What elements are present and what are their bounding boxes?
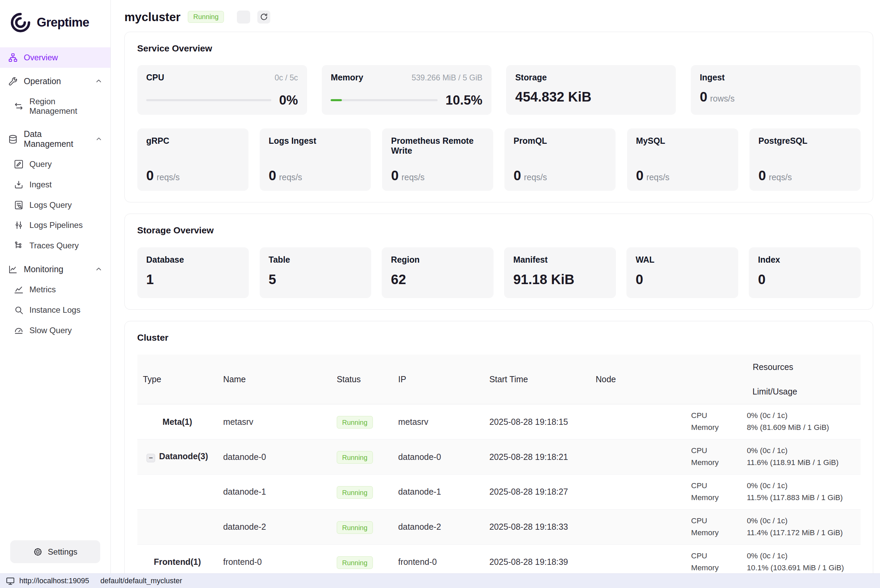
sidebar-item-logs-pipelines[interactable]: Logs Pipelines	[0, 215, 110, 236]
sidebar-group-operation[interactable]: Operation	[0, 71, 110, 92]
promql-value: 0reqs/s	[514, 168, 607, 183]
row-start-time: 2025-08-28 19:18:15	[484, 404, 590, 440]
row-ip: datanode-1	[393, 474, 484, 509]
logo[interactable]: Greptime	[0, 0, 110, 47]
cpu-tile: CPU 0c / 5c 0%	[137, 65, 307, 115]
table-row: Frontend(1) frontend-0 Running frontend-…	[137, 544, 860, 573]
sidebar-group-monitoring[interactable]: Monitoring	[0, 259, 110, 280]
row-resource-kinds: CPU Memory	[685, 544, 741, 573]
overview-icon	[8, 52, 18, 63]
sidebar-item-logs-query[interactable]: Logs Query	[0, 195, 110, 215]
gear-icon	[33, 547, 43, 556]
ingest-value: 0rows/s	[700, 89, 851, 105]
settings-button[interactable]: Settings	[10, 540, 101, 563]
memory-tile: Memory 539.266 MiB / 5 GiB 10.5%	[322, 65, 491, 115]
logs-ingest-tile: Logs Ingest 0reqs/s	[260, 128, 371, 191]
col-header-resources: Resources	[685, 355, 860, 380]
status-badge: Running	[337, 521, 373, 534]
row-resource-kinds: CPU Memory	[685, 404, 741, 440]
ingest-label: Ingest	[700, 73, 725, 82]
row-name: datanode-0	[218, 440, 331, 474]
storage-tile: Storage 454.832 KiB	[506, 65, 676, 115]
status-bar: http://localhost:19095 default/default_m…	[0, 573, 880, 588]
row-type: Meta(1)	[137, 404, 218, 440]
col-header-node: Node	[590, 355, 685, 404]
prometheus-remote-write-tile: Prometheus Remote Write 0reqs/s	[382, 128, 493, 191]
monitoring-icon	[8, 264, 18, 274]
row-limit-usage: 0% (0c / 1c) 10.1% (103.691 MiB / 1 GiB)	[741, 544, 860, 573]
sidebar-item-label: Ingest	[29, 180, 52, 189]
prometheus-remote-write-value: 0reqs/s	[391, 168, 484, 183]
storage-value: 454.832 KiB	[515, 89, 667, 105]
status-badge: Running	[337, 556, 373, 569]
collapse-icon[interactable]: −	[147, 454, 155, 462]
sidebar-item-label: Instance Logs	[29, 305, 80, 315]
col-header-type: Type	[137, 355, 218, 404]
sidebar-item-region-management[interactable]: Region Management	[0, 92, 110, 121]
grpc-value: 0reqs/s	[146, 168, 239, 183]
search-icon	[14, 305, 24, 315]
statusbar-database-path: default/default_mycluster	[101, 576, 182, 585]
chevron-up-icon	[95, 135, 102, 143]
postgresql-tile: PostgreSQL 0reqs/s	[749, 128, 860, 191]
sidebar-nav: Overview Operation Region Management	[0, 47, 110, 531]
sidebar-item-query[interactable]: Query	[0, 154, 110, 174]
sidebar-item-ingest[interactable]: Ingest	[0, 174, 110, 195]
wal-tile: WAL 0	[626, 248, 738, 298]
row-limit-usage: 0% (0c / 1c) 11.4% (117.172 MiB / 1 GiB)	[741, 509, 860, 544]
col-header-name: Name	[218, 355, 331, 404]
row-node	[590, 404, 685, 440]
table-value: 5	[269, 272, 362, 287]
statusbar-url: http://localhost:19095	[19, 576, 89, 585]
gauge-icon	[14, 326, 24, 336]
chevron-up-icon	[95, 77, 102, 85]
logs-query-icon	[14, 200, 24, 210]
ingest-tile: Ingest 0rows/s	[691, 65, 860, 115]
ingest-icon	[14, 180, 24, 190]
chevron-up-icon	[95, 266, 102, 273]
row-type	[137, 474, 218, 509]
logs-ingest-value: 0reqs/s	[269, 168, 362, 183]
cluster-card: Cluster Type Name Status IP Start Time N…	[125, 321, 873, 573]
cluster-header: mycluster Running	[125, 0, 873, 32]
row-node	[590, 474, 685, 509]
memory-progress-bar	[330, 99, 438, 102]
sidebar-item-slow-query[interactable]: Slow Query	[0, 320, 110, 340]
row-node	[590, 544, 685, 573]
status-badge: Running	[337, 416, 373, 429]
status-badge: Running	[337, 451, 373, 464]
row-name: datanode-1	[218, 474, 331, 509]
refresh-button[interactable]	[257, 10, 270, 24]
manifest-tile: Manifest 91.18 KiB	[504, 248, 616, 298]
sidebar-item-label: Overview	[24, 53, 58, 62]
row-start-time: 2025-08-28 19:18:27	[484, 474, 590, 509]
row-type: −Datanode(3)	[137, 440, 218, 474]
sidebar-item-traces-query[interactable]: Traces Query	[0, 236, 110, 256]
greptime-logo-icon	[9, 11, 32, 34]
query-icon	[14, 159, 24, 170]
cpu-progress-bar	[146, 99, 271, 102]
sidebar-group-label: Operation	[24, 76, 61, 86]
copy-button[interactable]	[237, 10, 250, 24]
storage-overview-card: Storage Overview Database 1 Table 5 Regi…	[125, 214, 873, 310]
sidebar-item-metrics[interactable]: Metrics	[0, 280, 110, 300]
row-node	[590, 509, 685, 544]
sidebar-item-overview[interactable]: Overview	[0, 47, 110, 68]
table-row: datanode-2 Running datanode-2 2025-08-28…	[137, 509, 860, 544]
row-limit-usage: 0% (0c / 1c) 11.5% (117.883 MiB / 1 GiB)	[741, 474, 860, 509]
col-header-status: Status	[331, 355, 392, 404]
mysql-label: MySQL	[636, 136, 729, 146]
index-tile: Index 0	[749, 248, 860, 298]
storage-overview-title: Storage Overview	[137, 225, 860, 236]
cpu-label: CPU	[146, 73, 164, 82]
sidebar-item-label: Logs Query	[29, 200, 72, 210]
promql-label: PromQL	[514, 136, 607, 146]
row-name: frontend-0	[218, 544, 331, 573]
sidebar-item-instance-logs[interactable]: Instance Logs	[0, 300, 110, 320]
sidebar-group-data-management[interactable]: Data Management	[0, 124, 110, 154]
mysql-tile: MySQL 0reqs/s	[627, 128, 738, 191]
table-row: datanode-1 Running datanode-1 2025-08-28…	[137, 474, 860, 509]
row-resource-kinds: CPU Memory	[685, 440, 741, 474]
region-management-icon	[14, 101, 24, 111]
row-resource-kinds: CPU Memory	[685, 474, 741, 509]
